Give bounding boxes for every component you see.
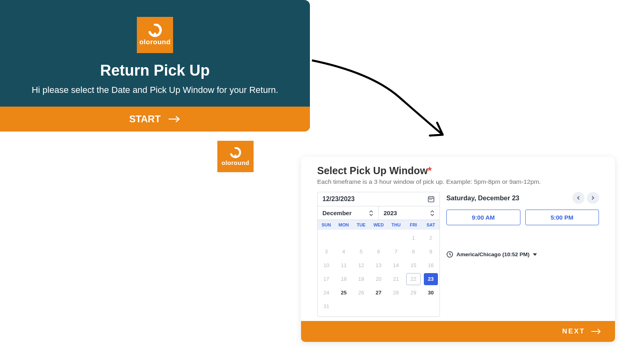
calendar-day[interactable]: 28 bbox=[389, 287, 403, 299]
calendar-day[interactable]: 4 bbox=[336, 246, 351, 258]
time-slot-list: 9:00 AM5:00 PM bbox=[446, 210, 599, 225]
time-slot-button[interactable]: 9:00 AM bbox=[446, 210, 520, 225]
calendar-day[interactable]: 2 bbox=[424, 232, 438, 244]
svg-rect-8 bbox=[431, 199, 432, 200]
calendar-day[interactable]: 23 bbox=[424, 273, 438, 285]
calendar-day[interactable]: 24 bbox=[319, 287, 333, 299]
brand-name: oloround bbox=[139, 38, 171, 46]
calendar-day[interactable]: 16 bbox=[424, 259, 438, 272]
section-subtitle: Each timeframe is a 3 hour window of pic… bbox=[317, 178, 599, 185]
next-button-label: NEXT bbox=[562, 327, 585, 335]
calendar-day[interactable]: 8 bbox=[406, 246, 420, 258]
calendar-day[interactable]: 19 bbox=[354, 273, 368, 285]
svg-point-2 bbox=[235, 154, 237, 156]
calendar-day[interactable]: 10 bbox=[319, 259, 333, 272]
chevron-up-icon[interactable] bbox=[369, 210, 374, 213]
time-selection: Saturday, December 23 9:00 AM5:00 PM bbox=[446, 192, 599, 317]
calendar-icon bbox=[427, 195, 435, 203]
chevron-right-icon bbox=[590, 195, 595, 200]
calendar-dow-cell: MON bbox=[335, 222, 352, 227]
calendar-day[interactable]: 17 bbox=[319, 273, 333, 285]
calendar-day[interactable]: 11 bbox=[336, 259, 351, 272]
calendar-dow-cell: FRI bbox=[405, 222, 422, 227]
calendar-day[interactable]: 29 bbox=[406, 287, 420, 299]
flow-arrow-icon bbox=[310, 56, 459, 153]
timezone-label: America/Chicago (10:52 PM) bbox=[456, 251, 530, 257]
calendar-day[interactable]: 18 bbox=[336, 273, 351, 285]
month-stepper[interactable]: December bbox=[318, 206, 379, 220]
calendar-dow-cell: TUE bbox=[353, 222, 370, 227]
calendar-day[interactable]: 21 bbox=[389, 273, 403, 285]
calendar-day[interactable]: 3 bbox=[319, 246, 333, 258]
required-indicator: * bbox=[428, 165, 432, 176]
calendar-day[interactable]: 6 bbox=[372, 246, 386, 258]
calendar-day-grid: 1234567891011121314151617181920212223242… bbox=[318, 230, 440, 317]
intro-subtitle: Hi please select the Date and Pick Up Wi… bbox=[12, 85, 298, 95]
section-title: Select Pick Up Window* bbox=[317, 165, 599, 177]
calendar-day[interactable]: 15 bbox=[406, 259, 420, 272]
arrow-right-icon bbox=[591, 328, 601, 335]
calendar-dow-cell: SUN bbox=[318, 222, 335, 227]
svg-marker-10 bbox=[533, 253, 537, 256]
chevron-down-icon[interactable] bbox=[369, 213, 374, 216]
calendar-day[interactable]: 5 bbox=[354, 246, 368, 258]
return-pickup-intro-card: oloround Return Pick Up Hi please select… bbox=[0, 0, 310, 132]
date-picker: 12/23/2023 December bbox=[317, 192, 440, 317]
calendar-day[interactable]: 13 bbox=[372, 259, 386, 272]
calendar-day[interactable]: 31 bbox=[319, 300, 333, 313]
calendar-day[interactable]: 20 bbox=[372, 273, 386, 285]
brand-logo-floating: oloround bbox=[217, 141, 254, 172]
calendar-day[interactable]: 9 bbox=[424, 246, 438, 258]
date-input[interactable]: 12/23/2023 bbox=[318, 192, 440, 206]
start-button[interactable]: START bbox=[0, 107, 310, 132]
calendar-day[interactable]: 12 bbox=[354, 259, 368, 272]
calendar-day[interactable]: 27 bbox=[372, 287, 386, 299]
chevron-down-icon[interactable] bbox=[430, 213, 435, 216]
calendar-day[interactable]: 25 bbox=[336, 287, 351, 299]
svg-rect-7 bbox=[429, 199, 430, 200]
clock-icon bbox=[446, 251, 453, 258]
logo-glyph-icon bbox=[147, 24, 163, 37]
svg-point-0 bbox=[154, 33, 156, 35]
calendar-day[interactable]: 22 bbox=[406, 273, 420, 285]
year-value: 2023 bbox=[384, 210, 397, 216]
date-input-value: 12/23/2023 bbox=[322, 195, 355, 203]
time-slot-button[interactable]: 5:00 PM bbox=[525, 210, 599, 225]
chevron-left-icon bbox=[576, 195, 581, 200]
brand-name: oloround bbox=[222, 159, 250, 166]
timezone-selector[interactable]: America/Chicago (10:52 PM) bbox=[446, 251, 599, 258]
selected-date-label: Saturday, December 23 bbox=[446, 194, 519, 202]
calendar-dow-cell: THU bbox=[387, 222, 405, 227]
calendar-dow-cell: WED bbox=[370, 222, 387, 227]
prev-day-button[interactable] bbox=[572, 192, 584, 204]
calendar-day[interactable]: 14 bbox=[389, 259, 403, 272]
calendar-day[interactable]: 1 bbox=[406, 232, 420, 244]
calendar-dow-header: SUNMONTUEWEDTHUFRISAT bbox=[318, 220, 440, 230]
year-stepper[interactable]: 2023 bbox=[379, 206, 440, 220]
next-button[interactable]: NEXT bbox=[301, 321, 615, 342]
calendar-day[interactable]: 7 bbox=[389, 246, 403, 258]
brand-logo: oloround bbox=[137, 17, 173, 53]
calendar-dow-cell: SAT bbox=[422, 222, 440, 227]
intro-title: Return Pick Up bbox=[12, 62, 298, 79]
logo-glyph-icon bbox=[229, 147, 242, 158]
calendar-day[interactable]: 30 bbox=[424, 287, 438, 299]
pickup-window-card: Select Pick Up Window* Each timeframe is… bbox=[301, 157, 615, 342]
month-value: December bbox=[322, 210, 352, 216]
calendar-day[interactable]: 26 bbox=[354, 287, 368, 299]
start-button-label: START bbox=[129, 113, 161, 125]
arrow-right-icon bbox=[168, 115, 181, 123]
chevron-up-icon[interactable] bbox=[430, 210, 435, 213]
caret-down-icon bbox=[533, 253, 537, 256]
next-day-button[interactable] bbox=[587, 192, 599, 204]
